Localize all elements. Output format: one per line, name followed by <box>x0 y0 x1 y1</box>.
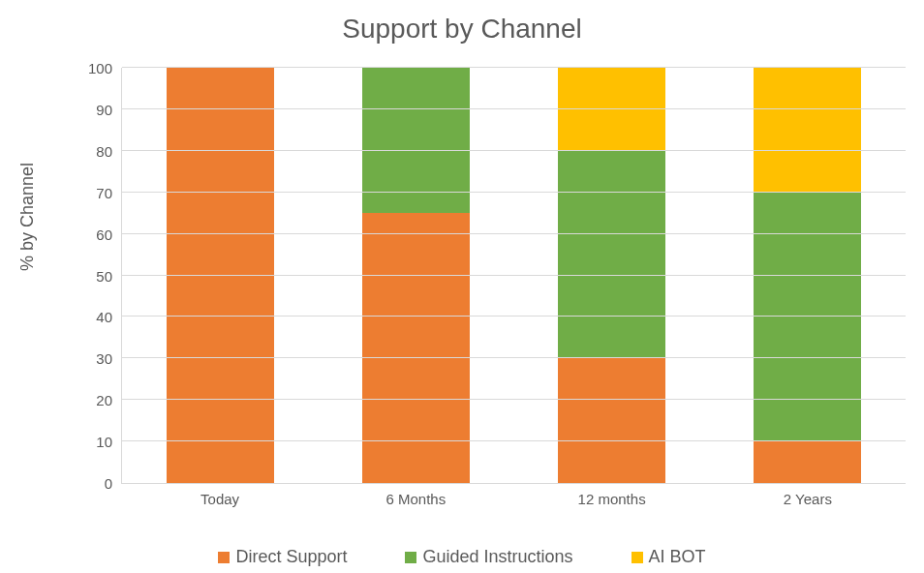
bar-group: Today <box>167 68 274 483</box>
bar-group: 6 Months <box>362 68 470 483</box>
legend-item-direct-support: Direct Support <box>218 547 347 567</box>
y-tick-label: 80 <box>96 142 112 159</box>
gridline <box>122 316 906 317</box>
gridline <box>122 275 906 276</box>
gridline <box>122 357 906 358</box>
bar-segment <box>167 68 274 483</box>
y-tick-label: 40 <box>96 309 112 325</box>
y-tick-label: 50 <box>96 267 112 284</box>
y-tick-label: 20 <box>96 392 112 408</box>
chart-container: Support by Channel % by Channel Today6 M… <box>0 0 924 573</box>
legend-label: Guided Instructions <box>422 547 572 567</box>
chart-title: Support by Channel <box>0 0 924 52</box>
y-tick-label: 10 <box>96 434 112 450</box>
bar-segment <box>754 441 861 483</box>
bar-segment <box>362 213 470 483</box>
y-tick-label: 30 <box>96 350 112 367</box>
legend-item-guided-instructions: Guided Instructions <box>405 547 572 567</box>
legend-swatch-direct-support <box>218 552 230 563</box>
gridline <box>122 399 906 400</box>
legend-swatch-ai-bot <box>631 552 643 563</box>
bar-group: 12 months <box>558 68 665 483</box>
gridline <box>122 67 906 68</box>
plot-area: Today6 Months12 months2 Years 0102030405… <box>121 68 906 484</box>
gridline <box>122 440 906 441</box>
bar-group: 2 Years <box>754 68 861 483</box>
legend: Direct Support Guided Instructions AI BO… <box>0 547 924 567</box>
legend-label: AI BOT <box>649 547 706 567</box>
legend-label: Direct Support <box>235 547 347 567</box>
x-tick-label: Today <box>200 491 239 507</box>
gridline <box>122 192 906 193</box>
y-tick-label: 0 <box>105 475 112 492</box>
bars-area: Today6 Months12 months2 Years <box>122 68 906 483</box>
y-tick-label: 90 <box>96 101 112 117</box>
gridline <box>122 150 906 151</box>
bar-segment <box>754 68 861 193</box>
y-tick-label: 100 <box>88 60 112 76</box>
bar-segment <box>558 68 665 151</box>
gridline <box>122 233 906 234</box>
x-tick-label: 12 months <box>578 491 646 507</box>
y-tick-label: 70 <box>96 184 112 200</box>
bar-segment <box>558 358 665 483</box>
x-tick-label: 6 Months <box>386 491 447 507</box>
x-tick-label: 2 Years <box>784 491 832 507</box>
legend-swatch-guided-instructions <box>405 552 416 563</box>
y-tick-label: 60 <box>96 226 112 242</box>
gridline <box>122 108 906 109</box>
bar-segment <box>558 151 665 359</box>
legend-item-ai-bot: AI BOT <box>631 547 706 567</box>
bar-segment <box>754 193 861 441</box>
y-axis-label: % by Channel <box>17 163 38 271</box>
